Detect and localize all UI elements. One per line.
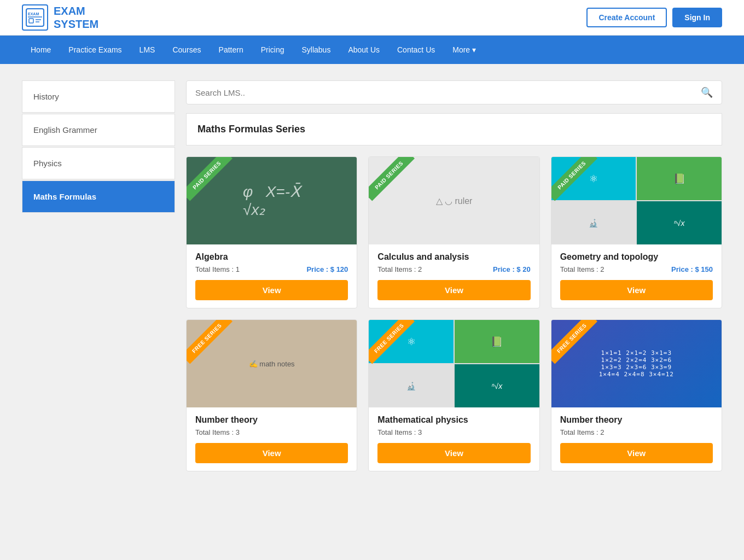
- card-ribbon-0: PAID SERIES: [187, 157, 236, 206]
- search-icon: 🔍: [701, 86, 713, 98]
- card-items-2: Total Items : 2: [560, 265, 605, 273]
- card-5: FREE SERIES 1×1=1 2×1=2 3×1=31×2=2 2×2=4…: [551, 319, 722, 471]
- card-meta-3: Total Items : 3: [195, 428, 348, 436]
- card-ribbon-label-1: PAID SERIES: [369, 157, 415, 201]
- card-title-3: Number theory: [195, 415, 348, 425]
- card-view-button-1[interactable]: View: [377, 280, 530, 300]
- card-body-2: Geometry and topology Total Items : 2 Pr…: [551, 244, 722, 308]
- nav-item-contact-us[interactable]: Contact Us: [388, 36, 444, 64]
- card-items-5: Total Items : 2: [560, 428, 605, 436]
- search-input[interactable]: [195, 88, 701, 97]
- card-title-4: Mathematical physics: [377, 415, 530, 425]
- card-image-4: FREE SERIES ⚛ 📗 🔬 ⁿ√x: [369, 320, 539, 407]
- card-ribbon-label-2: PAID SERIES: [551, 157, 597, 201]
- nav-item-practice-exams[interactable]: Practice Exams: [60, 36, 130, 64]
- card-price: Price : $ 20: [493, 265, 531, 273]
- sidebar-item-maths-formulas[interactable]: Maths Formulas: [22, 180, 175, 213]
- card-ribbon-2: PAID SERIES: [551, 157, 601, 206]
- card-view-button-3[interactable]: View: [195, 443, 348, 463]
- logo-text: EXAM SYSTEM: [54, 4, 98, 31]
- svg-rect-3: [29, 19, 33, 23]
- card-grid: PAID SERIES φ X=-X̄√x₂ Algebra Total Ite…: [186, 156, 722, 471]
- card-view-button-5[interactable]: View: [560, 443, 713, 463]
- card-meta-4: Total Items : 3: [377, 428, 530, 436]
- sign-in-button[interactable]: Sign In: [672, 8, 722, 27]
- card-body-5: Number theory Total Items : 2 View: [551, 407, 722, 471]
- nav-item-courses[interactable]: Courses: [164, 36, 210, 64]
- card-ribbon-label-5: FREE SERIES: [551, 320, 597, 364]
- series-title: Maths Formulas Series: [197, 124, 305, 135]
- card-image-2: PAID SERIES ⚛ 📗 🔬 ⁿ√x: [551, 157, 722, 244]
- nav-item-more-▾[interactable]: More ▾: [444, 36, 485, 64]
- card-view-button-4[interactable]: View: [377, 443, 530, 463]
- card-ribbon-3: FREE SERIES: [187, 320, 236, 369]
- card-0: PAID SERIES φ X=-X̄√x₂ Algebra Total Ite…: [186, 156, 357, 308]
- card-body-4: Mathematical physics Total Items : 3 Vie…: [369, 407, 539, 471]
- card-meta-1: Total Items : 2 Price : $ 20: [377, 265, 530, 273]
- card-meta-2: Total Items : 2 Price : $ 150: [560, 265, 713, 273]
- nav-item-syllabus[interactable]: Syllabus: [293, 36, 339, 64]
- card-price: Price : $ 150: [671, 265, 713, 273]
- card-image-0: PAID SERIES φ X=-X̄√x₂: [187, 157, 357, 244]
- header-buttons: Create Account Sign In: [586, 8, 722, 27]
- card-title-1: Calculus and analysis: [377, 252, 530, 262]
- nav-item-pattern[interactable]: Pattern: [210, 36, 252, 64]
- card-view-button-2[interactable]: View: [560, 280, 713, 300]
- card-1: PAID SERIES △ ◡ ruler Calculus and analy…: [368, 156, 539, 308]
- card-view-button-0[interactable]: View: [195, 280, 348, 300]
- logo: EXAM EXAM SYSTEM: [22, 4, 98, 31]
- card-price: Price : $ 120: [306, 265, 348, 273]
- card-3: FREE SERIES ✍ math notes Number theory T…: [186, 319, 357, 471]
- card-items-4: Total Items : 3: [377, 428, 422, 436]
- card-image-3: FREE SERIES ✍ math notes: [187, 320, 357, 407]
- logo-icon: EXAM: [22, 4, 48, 31]
- card-image-1: PAID SERIES △ ◡ ruler: [369, 157, 539, 244]
- card-body-1: Calculus and analysis Total Items : 2 Pr…: [369, 244, 539, 308]
- search-bar: 🔍: [186, 80, 722, 104]
- create-account-button[interactable]: Create Account: [586, 8, 667, 27]
- card-ribbon-1: PAID SERIES: [369, 157, 418, 206]
- nav-item-lms[interactable]: LMS: [131, 36, 164, 64]
- card-ribbon-label-0: PAID SERIES: [187, 157, 233, 201]
- card-4: FREE SERIES ⚛ 📗 🔬 ⁿ√x Mathematical physi…: [368, 319, 539, 471]
- card-items-3: Total Items : 3: [195, 428, 240, 436]
- sidebar: HistoryEnglish GrammerPhysicsMaths Formu…: [22, 80, 175, 471]
- card-meta-5: Total Items : 2: [560, 428, 713, 436]
- sidebar-item-history[interactable]: History: [22, 80, 175, 113]
- nav-item-home[interactable]: Home: [22, 36, 60, 64]
- card-title-0: Algebra: [195, 252, 348, 262]
- main-nav: HomePractice ExamsLMSCoursesPatternPrici…: [0, 36, 744, 64]
- card-items-0: Total Items : 1: [195, 265, 240, 273]
- nav-item-about-us[interactable]: About Us: [339, 36, 388, 64]
- card-items-1: Total Items : 2: [377, 265, 422, 273]
- card-image-5: FREE SERIES 1×1=1 2×1=2 3×1=31×2=2 2×2=4…: [551, 320, 722, 407]
- card-ribbon-4: FREE SERIES: [369, 320, 418, 369]
- content-area: 🔍 Maths Formulas Series PAID SERIES φ X=…: [186, 80, 722, 471]
- svg-rect-0: [26, 9, 44, 26]
- sidebar-item-english-grammer[interactable]: English Grammer: [22, 114, 175, 146]
- card-title-5: Number theory: [560, 415, 713, 425]
- card-body-3: Number theory Total Items : 3 View: [187, 407, 357, 471]
- card-body-0: Algebra Total Items : 1 Price : $ 120 Vi…: [187, 244, 357, 308]
- header: EXAM EXAM SYSTEM Create Account Sign In: [0, 0, 744, 36]
- card-2: PAID SERIES ⚛ 📗 🔬 ⁿ√x Geometry and topol…: [551, 156, 722, 308]
- series-header: Maths Formulas Series: [186, 113, 722, 145]
- card-title-2: Geometry and topology: [560, 252, 713, 262]
- sidebar-item-physics[interactable]: Physics: [22, 147, 175, 179]
- card-ribbon-label-3: FREE SERIES: [187, 320, 233, 364]
- svg-text:EXAM: EXAM: [28, 12, 39, 16]
- main-content: HistoryEnglish GrammerPhysicsMaths Formu…: [0, 64, 744, 488]
- card-ribbon-5: FREE SERIES: [551, 320, 601, 369]
- card-meta-0: Total Items : 1 Price : $ 120: [195, 265, 348, 273]
- nav-item-pricing[interactable]: Pricing: [252, 36, 293, 64]
- card-ribbon-label-4: FREE SERIES: [369, 320, 415, 364]
